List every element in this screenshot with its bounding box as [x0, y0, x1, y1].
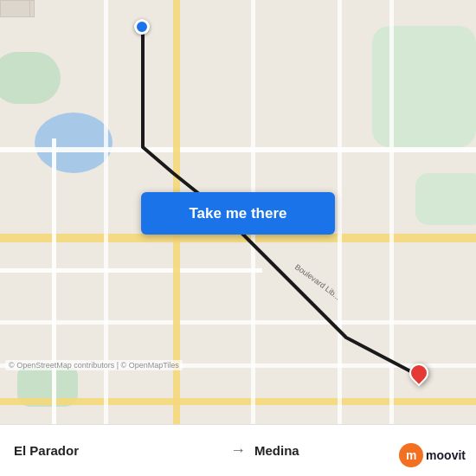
origin-marker	[134, 19, 150, 35]
destination-marker	[409, 363, 428, 383]
direction-arrow-icon: →	[230, 441, 246, 460]
water-body	[35, 113, 113, 173]
map-attribution: © OpenStreetMap contributors | © OpenMap…	[5, 360, 183, 370]
moovit-logo: m moovit	[399, 443, 466, 467]
map-container: Boulevard Lib... Take me there © OpenStr…	[0, 0, 476, 424]
green-area-right	[372, 26, 476, 147]
take-me-there-button[interactable]: Take me there	[141, 192, 335, 235]
green-area-bottom-right	[415, 173, 476, 225]
moovit-logo-icon: m	[399, 443, 423, 467]
green-area-top-left	[0, 52, 61, 104]
bottom-bar: El Parador → Medina m moovit	[0, 424, 476, 476]
from-location: El Parador	[14, 443, 222, 458]
moovit-logo-text: moovit	[426, 448, 466, 462]
